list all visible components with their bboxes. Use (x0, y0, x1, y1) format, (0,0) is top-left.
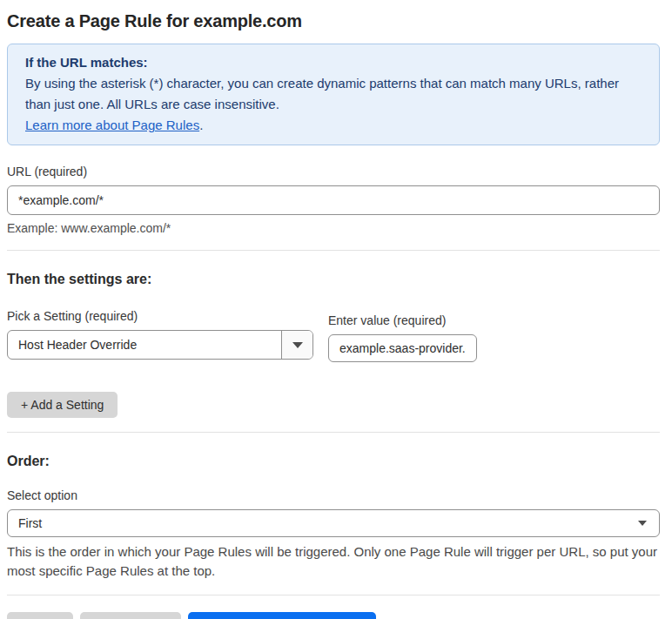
setting-select-label: Pick a Setting (required) (7, 309, 313, 324)
order-select-value: First (8, 516, 638, 530)
order-helper-text: This is the order in which your Page Rul… (7, 542, 660, 581)
setting-select-column: Pick a Setting (required) Host Header Ov… (7, 309, 313, 360)
cancel-button[interactable]: Cancel (7, 612, 73, 619)
setting-value-input[interactable] (328, 334, 477, 362)
footer-actions: Cancel Save as Draft Save and Deploy Pag… (7, 612, 660, 619)
info-box-body: By using the asterisk (*) character, you… (25, 73, 642, 115)
setting-select[interactable]: Host Header Override (7, 330, 313, 360)
value-field-label: Enter value (required) (328, 313, 477, 328)
caret-down-icon (292, 342, 303, 348)
setting-value-column: Enter value (required) (328, 309, 477, 362)
order-select[interactable]: First (7, 509, 660, 537)
divider (7, 595, 660, 595)
setting-select-caret-section (281, 331, 312, 359)
url-match-info-box: If the URL matches: By using the asteris… (7, 44, 660, 145)
add-setting-button[interactable]: + Add a Setting (7, 392, 118, 418)
info-box-link-line: Learn more about Page Rules. (25, 115, 642, 136)
url-input[interactable] (7, 185, 660, 215)
divider (7, 432, 660, 433)
order-select-caret-wrap (638, 521, 659, 526)
page-rule-form: Create a Page Rule for example.com If th… (0, 0, 672, 619)
link-suffix: . (199, 118, 203, 132)
learn-more-link[interactable]: Learn more about Page Rules (25, 118, 199, 132)
info-box-heading: If the URL matches: (25, 52, 642, 73)
save-as-draft-button[interactable]: Save as Draft (80, 612, 182, 619)
divider (7, 250, 660, 251)
order-select-label: Select option (7, 488, 660, 503)
url-example-helper: Example: www.example.com/* (7, 220, 660, 236)
settings-section-heading: Then the settings are: (7, 271, 660, 287)
save-and-deploy-button[interactable]: Save and Deploy Page Rule (188, 612, 376, 619)
caret-down-icon (638, 521, 647, 526)
page-title: Create a Page Rule for example.com (7, 10, 660, 31)
url-field-label: URL (required) (7, 165, 660, 179)
setting-select-value: Host Header Override (8, 338, 281, 352)
settings-row: Pick a Setting (required) Host Header Ov… (7, 309, 660, 362)
order-section-heading: Order: (7, 453, 660, 469)
